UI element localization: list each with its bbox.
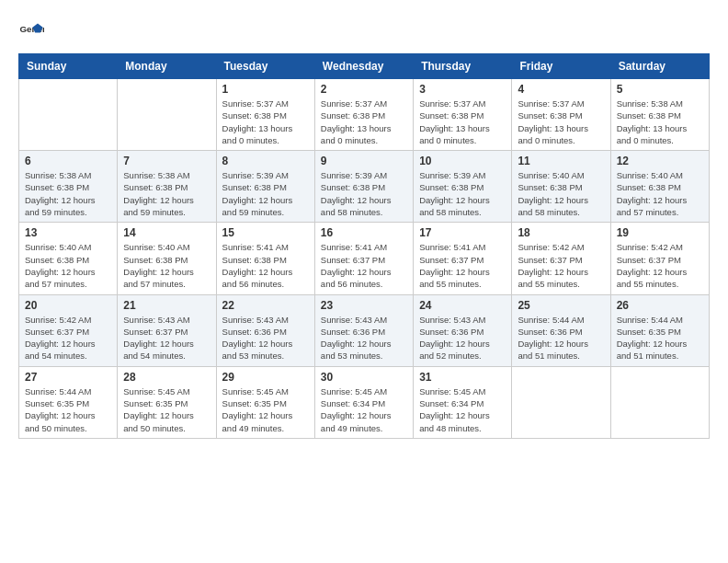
calendar-week-row: 6Sunrise: 5:38 AMSunset: 6:38 PMDaylight… — [19, 151, 710, 223]
calendar-cell: 13Sunrise: 5:40 AMSunset: 6:38 PMDayligh… — [19, 223, 118, 294]
day-number: 24 — [419, 299, 506, 312]
day-detail: Sunrise: 5:40 AMSunset: 6:38 PMDaylight:… — [25, 241, 111, 290]
day-number: 9 — [321, 155, 407, 167]
day-number: 22 — [222, 299, 309, 312]
day-detail: Sunrise: 5:42 AMSunset: 6:37 PMDaylight:… — [25, 314, 111, 362]
day-number: 12 — [617, 155, 703, 167]
calendar-cell: 28Sunrise: 5:45 AMSunset: 6:35 PMDayligh… — [118, 366, 216, 438]
logo-icon: General — [18, 18, 44, 44]
weekday-header: Wednesday — [314, 54, 413, 79]
calendar-cell — [512, 366, 610, 438]
calendar-cell: 5Sunrise: 5:38 AMSunset: 6:38 PMDaylight… — [610, 79, 709, 151]
day-number: 3 — [419, 83, 506, 96]
day-number: 2 — [321, 83, 407, 96]
day-number: 7 — [123, 155, 210, 167]
day-detail: Sunrise: 5:40 AMSunset: 6:38 PMDaylight:… — [518, 169, 604, 218]
day-number: 21 — [123, 299, 210, 312]
calendar-cell: 18Sunrise: 5:42 AMSunset: 6:37 PMDayligh… — [512, 223, 610, 294]
day-detail: Sunrise: 5:37 AMSunset: 6:38 PMDaylight:… — [518, 98, 604, 146]
day-detail: Sunrise: 5:45 AMSunset: 6:34 PMDaylight:… — [321, 385, 407, 434]
calendar-cell: 11Sunrise: 5:40 AMSunset: 6:38 PMDayligh… — [512, 151, 610, 223]
day-number: 6 — [25, 155, 111, 167]
calendar-cell: 6Sunrise: 5:38 AMSunset: 6:38 PMDaylight… — [19, 151, 118, 223]
calendar-cell: 1Sunrise: 5:37 AMSunset: 6:38 PMDaylight… — [216, 79, 314, 151]
calendar: SundayMondayTuesdayWednesdayThursdayFrid… — [18, 53, 710, 439]
calendar-cell: 12Sunrise: 5:40 AMSunset: 6:38 PMDayligh… — [610, 151, 709, 223]
day-detail: Sunrise: 5:40 AMSunset: 6:38 PMDaylight:… — [617, 169, 703, 218]
day-detail: Sunrise: 5:44 AMSunset: 6:35 PMDaylight:… — [25, 385, 111, 434]
day-detail: Sunrise: 5:40 AMSunset: 6:38 PMDaylight:… — [123, 241, 210, 290]
day-detail: Sunrise: 5:41 AMSunset: 6:38 PMDaylight:… — [222, 241, 309, 290]
calendar-cell: 10Sunrise: 5:39 AMSunset: 6:38 PMDayligh… — [414, 151, 512, 223]
calendar-cell — [19, 79, 118, 151]
calendar-week-row: 1Sunrise: 5:37 AMSunset: 6:38 PMDaylight… — [19, 79, 710, 151]
weekday-header: Monday — [118, 54, 216, 79]
day-number: 29 — [222, 371, 309, 384]
day-number: 14 — [123, 226, 210, 239]
day-detail: Sunrise: 5:37 AMSunset: 6:38 PMDaylight:… — [222, 98, 309, 146]
day-detail: Sunrise: 5:44 AMSunset: 6:36 PMDaylight:… — [518, 314, 604, 362]
calendar-cell: 2Sunrise: 5:37 AMSunset: 6:38 PMDaylight… — [314, 79, 413, 151]
day-detail: Sunrise: 5:42 AMSunset: 6:37 PMDaylight:… — [518, 241, 604, 290]
day-number: 18 — [518, 226, 604, 239]
calendar-cell: 26Sunrise: 5:44 AMSunset: 6:35 PMDayligh… — [610, 294, 709, 366]
day-number: 20 — [25, 299, 111, 312]
calendar-cell: 29Sunrise: 5:45 AMSunset: 6:35 PMDayligh… — [216, 366, 314, 438]
day-number: 19 — [617, 226, 703, 239]
day-number: 28 — [123, 371, 210, 384]
calendar-cell — [118, 79, 216, 151]
day-number: 13 — [25, 226, 111, 239]
day-detail: Sunrise: 5:39 AMSunset: 6:38 PMDaylight:… — [222, 169, 309, 218]
day-number: 25 — [518, 299, 604, 312]
calendar-cell — [610, 366, 709, 438]
day-detail: Sunrise: 5:41 AMSunset: 6:37 PMDaylight:… — [419, 241, 506, 290]
day-number: 1 — [222, 83, 309, 96]
calendar-cell: 23Sunrise: 5:43 AMSunset: 6:36 PMDayligh… — [314, 294, 413, 366]
calendar-week-row: 20Sunrise: 5:42 AMSunset: 6:37 PMDayligh… — [19, 294, 710, 366]
day-number: 23 — [321, 299, 407, 312]
day-number: 31 — [419, 371, 506, 384]
calendar-cell: 3Sunrise: 5:37 AMSunset: 6:38 PMDaylight… — [414, 79, 512, 151]
day-detail: Sunrise: 5:45 AMSunset: 6:35 PMDaylight:… — [123, 385, 210, 434]
calendar-cell: 27Sunrise: 5:44 AMSunset: 6:35 PMDayligh… — [19, 366, 118, 438]
day-detail: Sunrise: 5:38 AMSunset: 6:38 PMDaylight:… — [25, 169, 111, 218]
weekday-header: Friday — [512, 54, 610, 79]
day-detail: Sunrise: 5:39 AMSunset: 6:38 PMDaylight:… — [419, 169, 506, 218]
calendar-cell: 14Sunrise: 5:40 AMSunset: 6:38 PMDayligh… — [118, 223, 216, 294]
calendar-cell: 4Sunrise: 5:37 AMSunset: 6:38 PMDaylight… — [512, 79, 610, 151]
day-number: 17 — [419, 226, 506, 239]
calendar-week-row: 13Sunrise: 5:40 AMSunset: 6:38 PMDayligh… — [19, 223, 710, 294]
day-detail: Sunrise: 5:43 AMSunset: 6:36 PMDaylight:… — [321, 314, 407, 362]
day-detail: Sunrise: 5:39 AMSunset: 6:38 PMDaylight:… — [321, 169, 407, 218]
day-detail: Sunrise: 5:38 AMSunset: 6:38 PMDaylight:… — [123, 169, 210, 218]
calendar-cell: 17Sunrise: 5:41 AMSunset: 6:37 PMDayligh… — [414, 223, 512, 294]
logo: General — [18, 18, 48, 44]
calendar-week-row: 27Sunrise: 5:44 AMSunset: 6:35 PMDayligh… — [19, 366, 710, 438]
calendar-cell: 15Sunrise: 5:41 AMSunset: 6:38 PMDayligh… — [216, 223, 314, 294]
calendar-cell: 31Sunrise: 5:45 AMSunset: 6:34 PMDayligh… — [414, 366, 512, 438]
day-number: 30 — [321, 371, 407, 384]
weekday-header: Tuesday — [216, 54, 314, 79]
day-detail: Sunrise: 5:42 AMSunset: 6:37 PMDaylight:… — [617, 241, 703, 290]
calendar-cell: 24Sunrise: 5:43 AMSunset: 6:36 PMDayligh… — [414, 294, 512, 366]
day-number: 16 — [321, 226, 407, 239]
calendar-cell: 16Sunrise: 5:41 AMSunset: 6:37 PMDayligh… — [314, 223, 413, 294]
day-detail: Sunrise: 5:44 AMSunset: 6:35 PMDaylight:… — [617, 314, 703, 362]
calendar-cell: 25Sunrise: 5:44 AMSunset: 6:36 PMDayligh… — [512, 294, 610, 366]
calendar-cell: 9Sunrise: 5:39 AMSunset: 6:38 PMDaylight… — [314, 151, 413, 223]
day-number: 8 — [222, 155, 309, 167]
day-number: 11 — [518, 155, 604, 167]
day-number: 26 — [617, 299, 703, 312]
day-detail: Sunrise: 5:38 AMSunset: 6:38 PMDaylight:… — [617, 98, 703, 146]
day-detail: Sunrise: 5:45 AMSunset: 6:35 PMDaylight:… — [222, 385, 309, 434]
day-number: 5 — [617, 83, 703, 96]
calendar-cell: 8Sunrise: 5:39 AMSunset: 6:38 PMDaylight… — [216, 151, 314, 223]
calendar-cell: 21Sunrise: 5:43 AMSunset: 6:37 PMDayligh… — [118, 294, 216, 366]
calendar-cell: 20Sunrise: 5:42 AMSunset: 6:37 PMDayligh… — [19, 294, 118, 366]
day-number: 10 — [419, 155, 506, 167]
day-detail: Sunrise: 5:43 AMSunset: 6:37 PMDaylight:… — [123, 314, 210, 362]
day-number: 4 — [518, 83, 604, 96]
calendar-cell: 7Sunrise: 5:38 AMSunset: 6:38 PMDaylight… — [118, 151, 216, 223]
day-detail: Sunrise: 5:43 AMSunset: 6:36 PMDaylight:… — [222, 314, 309, 362]
calendar-cell: 19Sunrise: 5:42 AMSunset: 6:37 PMDayligh… — [610, 223, 709, 294]
